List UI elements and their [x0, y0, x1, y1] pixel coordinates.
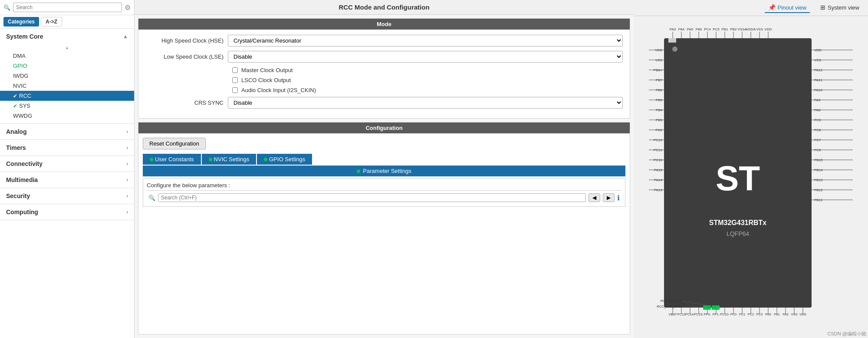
svg-text:PB2: PB2	[730, 27, 737, 31]
mode-content: High Speed Clock (HSE) Disable Crystal/C…	[138, 30, 630, 118]
category-label-connectivity: Connectivity	[6, 160, 43, 167]
config-panel: Configuration Reset Configuration User C…	[138, 122, 630, 335]
category-label-system-core: System Core	[6, 33, 43, 40]
svg-text:PA4: PA4	[678, 27, 685, 31]
nav-prev-button[interactable]: ◀	[589, 193, 600, 202]
lsco-row: LSCO Clock Output	[145, 77, 623, 83]
search-small-icon: 🔍	[148, 195, 155, 201]
search-input[interactable]	[13, 3, 122, 12]
category-security: Security ›	[0, 188, 134, 204]
rcc-osc-in-pin	[703, 305, 711, 310]
category-header-analog[interactable]: Analog ›	[0, 124, 134, 139]
sidebar-search-bar[interactable]: 🔍 ⚙	[0, 0, 134, 15]
svg-text:PC5: PC5	[713, 27, 720, 31]
sidebar-tab-bar: Categories A->Z	[0, 15, 134, 29]
gear-icon[interactable]: ⚙	[125, 3, 131, 12]
sidebar-item-sys[interactable]: ✔ SYS	[0, 101, 134, 111]
hse-row: High Speed Clock (HSE) Disable Crystal/C…	[145, 35, 623, 46]
category-header-timers[interactable]: Timers ›	[0, 140, 134, 156]
svg-text:VSS: VSS	[756, 27, 763, 31]
category-system-core: System Core ▲ ▲ DMA GPIO IWDG NVIC ✔ RCC…	[0, 29, 134, 124]
center-panel-title: RCC Mode and Configuration	[135, 0, 634, 15]
category-analog: Analog ›	[0, 124, 134, 140]
master-clock-checkbox[interactable]	[232, 67, 238, 73]
svg-text:PA3: PA3	[670, 27, 676, 31]
config-header: Configuration	[138, 123, 630, 133]
nav-next-button[interactable]: ▶	[603, 193, 615, 202]
param-settings-content: Configure the below parameters : 🔍 ◀ ▶ ℹ	[143, 178, 625, 207]
svg-text:PB1: PB1	[721, 27, 728, 31]
check-icon-rcc: ✔	[13, 93, 17, 99]
chip-sublabel-text: LQFP64	[727, 230, 749, 237]
audio-clock-label: Audio Clock Input (I2S_CKIN)	[241, 87, 316, 93]
lse-select[interactable]: Disable Crystal/Ceramic Resonator	[228, 51, 623, 63]
chevron-right-icon-connectivity: ›	[126, 161, 128, 167]
pin1-indicator	[672, 46, 677, 52]
tab-gpio-settings[interactable]: GPIO Settings	[257, 154, 312, 165]
tab-nvic-settings[interactable]: NVIC Settings	[202, 154, 256, 165]
chevron-right-icon-security: ›	[126, 193, 128, 199]
category-computing: Computing ›	[0, 204, 134, 220]
chevron-up-icon: ▲	[123, 33, 128, 40]
tab-system-view[interactable]: ⊞ System view	[817, 3, 863, 13]
category-items-system-core: ▲ DMA GPIO IWDG NVIC ✔ RCC ✔ SYS WWDG	[0, 44, 134, 123]
crs-sync-select[interactable]: Disable	[228, 97, 623, 109]
watermark: CSDN @编程小能	[828, 331, 866, 337]
category-label-computing: Computing	[6, 209, 38, 215]
svg-text:PA6: PA6	[696, 27, 702, 31]
category-header-computing[interactable]: Computing ›	[0, 204, 134, 220]
mode-header: Mode	[138, 19, 630, 30]
master-clock-row: Master Clock Output	[145, 67, 623, 73]
tab-parameter-settings[interactable]: Parameter Settings	[143, 166, 625, 176]
chip-view: PA3 PA4 PA5 PA6 PC4 PC5 PB1 PB2 VSSA VDD…	[634, 16, 868, 338]
dot-gpio-settings	[264, 158, 267, 161]
sidebar-item-wwdg[interactable]: WWDG	[0, 111, 134, 121]
system-view-icon: ⊞	[820, 4, 825, 11]
sidebar-item-gpio[interactable]: GPIO	[0, 61, 134, 71]
rcc-osc-out-pin	[712, 305, 720, 310]
category-header-system-core[interactable]: System Core ▲	[0, 29, 134, 44]
crs-sync-row: CRS SYNC Disable	[145, 97, 623, 109]
dot-user-constants	[150, 158, 153, 161]
svg-text:PC4: PC4	[704, 27, 711, 31]
rcc-osc-out-label: RCC_OSC_OUT	[657, 305, 681, 308]
audio-clock-row: Audio Clock Input (I2S_CKIN)	[145, 87, 623, 93]
config-tab-row1: User Constants NVIC Settings GPIO Settin…	[143, 154, 625, 165]
param-search-input[interactable]	[158, 193, 586, 202]
reset-configuration-button[interactable]: Reset Configuration	[143, 138, 206, 149]
category-label-timers: Timers	[6, 144, 26, 151]
chevron-right-icon-multimedia: ›	[126, 177, 128, 183]
svg-text:VDD: VDD	[765, 27, 772, 31]
audio-clock-checkbox[interactable]	[232, 87, 238, 93]
crs-sync-label: CRS SYNC	[145, 99, 224, 106]
sidebar-item-dma[interactable]: DMA	[0, 51, 134, 61]
category-connectivity: Connectivity ›	[0, 156, 134, 172]
sidebar-item-iwdg[interactable]: IWDG	[0, 71, 134, 81]
category-header-security[interactable]: Security ›	[0, 188, 134, 204]
dot-parameter-settings	[357, 169, 360, 173]
category-header-connectivity[interactable]: Connectivity ›	[0, 156, 134, 172]
svg-text:PA5: PA5	[687, 27, 694, 31]
category-multimedia: Multimedia ›	[0, 172, 134, 188]
hse-select[interactable]: Disable Crystal/Ceramic Resonator BYPASS…	[228, 35, 623, 46]
sidebar-item-rcc[interactable]: ✔ RCC	[0, 91, 134, 101]
tab-a-z[interactable]: A->Z	[41, 17, 62, 27]
param-configure-label: Configure the below parameters :	[147, 180, 621, 190]
chevron-right-icon-timers: ›	[126, 145, 128, 151]
category-header-multimedia[interactable]: Multimedia ›	[0, 172, 134, 188]
search-icon: 🔍	[3, 4, 10, 11]
tab-user-constants[interactable]: User Constants	[143, 154, 201, 165]
config-search-row: 🔍 ◀ ▶ ℹ	[147, 190, 621, 205]
dot-nvic-settings	[209, 158, 212, 161]
sidebar-item-nvic[interactable]: NVIC	[0, 81, 134, 91]
svg-text:VDDA: VDDA	[746, 27, 756, 31]
tab-pinout-view[interactable]: 📌 Pinout view	[765, 3, 810, 13]
category-label-analog: Analog	[6, 128, 26, 135]
chevron-right-icon-analog: ›	[126, 129, 128, 135]
lse-row: Low Speed Clock (LSE) Disable Crystal/Ce…	[145, 51, 623, 63]
tab-categories[interactable]: Categories	[3, 17, 39, 27]
mode-panel: Mode High Speed Clock (HSE) Disable Crys…	[138, 18, 630, 119]
lsco-clock-checkbox[interactable]	[232, 77, 238, 83]
config-tab-row2: Parameter Settings	[143, 166, 625, 176]
vbat-pin	[668, 38, 676, 43]
